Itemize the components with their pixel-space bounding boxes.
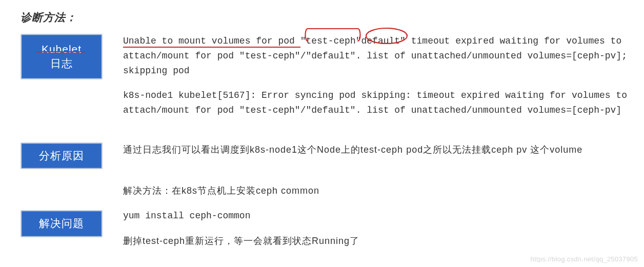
solve-content: 解决方法：在k8s节点机上安装ceph common yum install c… — [123, 183, 629, 258]
section-analysis: 分析原因 通过日志我们可以看出调度到k8s-node1这个Node上的test-… — [15, 142, 629, 169]
log-p1-pre: Unable to mount volumes for pod — [123, 36, 300, 48]
annotation-underline-icon — [36, 51, 85, 52]
section-solve: 解决问题 解决方法：在k8s节点机上安装ceph common yum inst… — [15, 183, 629, 258]
log-p1-q2: " — [356, 36, 361, 46]
solve-line1: 解决方法：在k8s节点机上安装ceph common — [123, 183, 629, 198]
label-solve: 解决问题 — [21, 210, 103, 237]
log-paragraph-1: Unable to mount volumes for pod "test-ce… — [123, 34, 629, 78]
label-kubelet-line2: 日志 — [50, 56, 73, 71]
page-title: 诊断方法： — [21, 10, 629, 25]
label-kubelet-line1: Kubelet — [42, 42, 82, 56]
label-kubelet: Kubelet 日志 — [21, 34, 103, 79]
solve-line2: yum install ceph-common — [123, 209, 629, 223]
solve-line3: 删掉test-ceph重新运行，等一会就看到状态Running了 — [123, 234, 629, 249]
watermark: https://blog.csdn.net/qq_25037905 — [531, 255, 638, 263]
log-p1-default: default" — [361, 36, 406, 46]
section-kubelet-log: Kubelet 日志 Unable to mount volumes for p… — [15, 34, 629, 128]
log-p1-q1: " — [300, 36, 306, 46]
log-p1-testceph: test-ceph — [306, 36, 355, 46]
analysis-text: 通过日志我们可以看出调度到k8s-node1这个Node上的test-ceph … — [123, 142, 629, 157]
analysis-content: 通过日志我们可以看出调度到k8s-node1这个Node上的test-ceph … — [123, 142, 629, 168]
label-analysis: 分析原因 — [21, 142, 103, 169]
log-paragraph-2: k8s-node1 kubelet[5167]: Error syncing p… — [123, 88, 629, 118]
kubelet-log-content: Unable to mount volumes for pod "test-ce… — [123, 34, 629, 128]
